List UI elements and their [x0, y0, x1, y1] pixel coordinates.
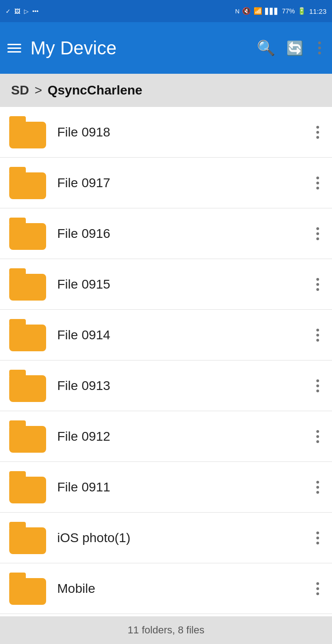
item-more-button[interactable]	[313, 426, 323, 447]
battery-level: 77%	[282, 7, 295, 15]
file-name: File 0916	[46, 226, 313, 241]
list-item[interactable]: File 0915	[0, 259, 332, 310]
list-item[interactable]: iOS photo(1)	[0, 513, 332, 563]
sync-button[interactable]: 🔄	[286, 40, 303, 56]
breadcrumb-current-folder[interactable]: QsyncCharlene	[47, 83, 142, 98]
signal-icon: ▷	[24, 8, 29, 15]
file-name: File 0911	[46, 480, 313, 495]
folder-icon	[9, 167, 46, 199]
folder-icon	[9, 420, 46, 453]
image-icon: 🖼	[14, 8, 20, 15]
folder-icon	[9, 522, 46, 554]
list-item[interactable]: File 0917	[0, 158, 332, 208]
item-more-button[interactable]	[313, 274, 323, 295]
dots-icon: •••	[32, 8, 39, 15]
wifi-icon: 📶	[254, 7, 262, 15]
search-button[interactable]: 🔍	[257, 39, 275, 57]
page-title: My Device	[30, 38, 248, 59]
battery-icon: 🔋	[297, 7, 306, 15]
volume-icon: 🔇	[242, 7, 251, 15]
item-more-button[interactable]	[313, 376, 323, 396]
folder-icon	[9, 471, 46, 503]
app-bar: My Device 🔍 🔄	[0, 22, 332, 74]
breadcrumb-separator: >	[35, 83, 42, 98]
status-bar-right: N 🔇 📶 ▋▋▋ 77% 🔋 11:23	[235, 7, 326, 15]
folder-icon	[9, 116, 46, 148]
folder-icon	[9, 268, 46, 301]
item-more-button[interactable]	[313, 477, 323, 497]
time-display: 11:23	[309, 7, 326, 15]
file-list: File 0918 File 0917 File 0916	[0, 107, 332, 642]
folder-icon	[9, 370, 46, 402]
item-more-button[interactable]	[313, 122, 323, 142]
file-name: File 0912	[46, 429, 313, 444]
list-item[interactable]: File 0913	[0, 360, 332, 411]
footer-status-bar: 11 folders, 8 files	[0, 616, 332, 644]
file-name: File 0915	[46, 277, 313, 292]
file-name: File 0914	[46, 328, 313, 343]
nfc-icon: N	[235, 8, 239, 15]
breadcrumb: SD > QsyncCharlene	[0, 74, 332, 107]
file-name: File 0918	[46, 125, 313, 140]
folder-icon	[9, 573, 46, 605]
item-more-button[interactable]	[313, 579, 323, 599]
file-name: File 0913	[46, 378, 313, 393]
file-count-text: 11 folders, 8 files	[128, 624, 204, 636]
list-item[interactable]: Mobile	[0, 563, 332, 614]
item-more-button[interactable]	[313, 224, 323, 244]
list-item[interactable]: File 0918	[0, 107, 332, 158]
app-bar-actions: 🔍 🔄	[257, 38, 325, 58]
status-bar-left: ✓ 🖼 ▷ •••	[6, 8, 39, 15]
list-item[interactable]: File 0916	[0, 208, 332, 259]
list-item[interactable]: File 0911	[0, 462, 332, 513]
file-name: Mobile	[46, 581, 313, 596]
list-item[interactable]: File 0912	[0, 411, 332, 462]
list-item[interactable]: File 0914	[0, 310, 332, 360]
breadcrumb-sd[interactable]: SD	[11, 83, 29, 98]
file-name: iOS photo(1)	[46, 531, 313, 545]
file-name: File 0917	[46, 176, 313, 190]
status-bar: ✓ 🖼 ▷ ••• N 🔇 📶 ▋▋▋ 77% 🔋 11:23	[0, 0, 332, 22]
menu-button[interactable]	[7, 44, 21, 53]
item-more-button[interactable]	[313, 325, 323, 345]
signal-bars-icon: ▋▋▋	[265, 8, 279, 15]
more-options-button[interactable]	[314, 38, 325, 58]
item-more-button[interactable]	[313, 173, 323, 193]
folder-icon	[9, 319, 46, 351]
folder-icon	[9, 218, 46, 250]
check-icon: ✓	[6, 8, 11, 15]
item-more-button[interactable]	[313, 528, 323, 548]
